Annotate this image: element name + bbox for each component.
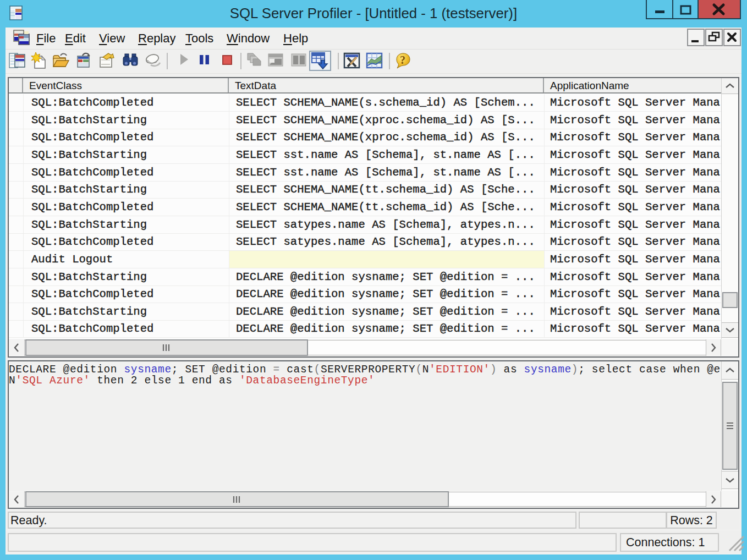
svg-text:?: ? (400, 54, 405, 66)
